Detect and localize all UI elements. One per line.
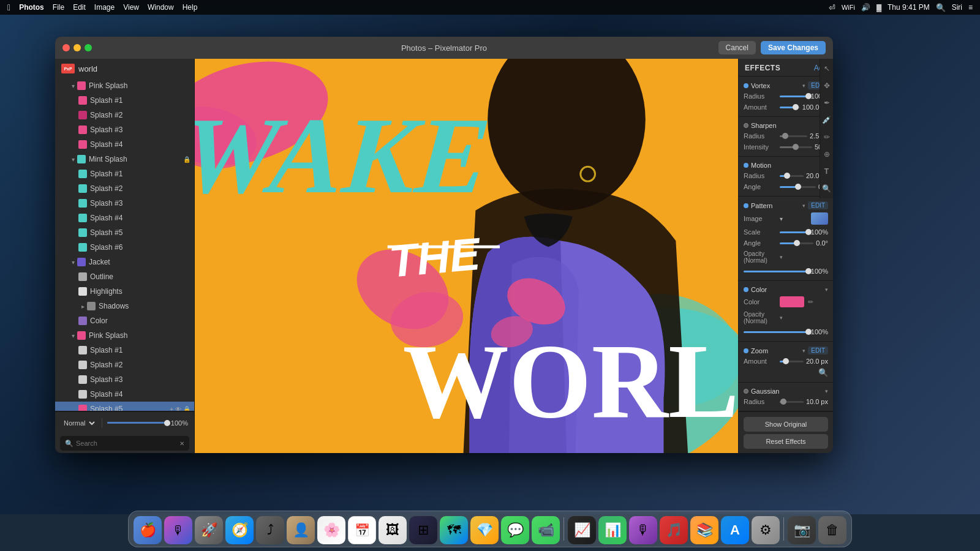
layer-splash5b[interactable]: Splash #5 xyxy=(55,225,194,240)
layer-splash6b[interactable]: Splash #6 xyxy=(55,240,194,255)
layer-splash2b[interactable]: Splash #2 xyxy=(55,181,194,196)
eyedropper-icon[interactable]: 💉 xyxy=(820,113,834,127)
layer-pink-splash-group2[interactable]: Pink Splash xyxy=(55,328,194,343)
color-edit-icon[interactable]: ✏ xyxy=(808,298,813,306)
effect-enabled-dot[interactable] xyxy=(744,203,748,208)
layer-splash1b[interactable]: Splash #1 xyxy=(55,167,194,181)
opacity-slider[interactable] xyxy=(107,422,167,424)
effect-enabled-dot[interactable] xyxy=(744,123,748,128)
menu-image[interactable]: Image xyxy=(94,3,115,12)
menu-photos[interactable]: Photos xyxy=(19,3,44,12)
menu-file[interactable]: File xyxy=(53,3,64,12)
menu-edit[interactable]: Edit xyxy=(73,3,86,12)
amount-slider[interactable] xyxy=(780,361,804,362)
radius-slider[interactable] xyxy=(780,96,809,97)
radius-slider[interactable] xyxy=(780,135,807,137)
dock-system-prefs[interactable]: ⚙ xyxy=(752,516,780,544)
transform-tool-icon[interactable]: ✥ xyxy=(820,78,834,93)
cancel-button[interactable]: Cancel xyxy=(718,41,756,54)
radius-slider[interactable] xyxy=(780,175,804,177)
dock-photos[interactable]: 🌸 xyxy=(317,516,345,544)
dock-contacts[interactable]: 👤 xyxy=(287,516,315,544)
layer-outline[interactable]: Outline xyxy=(55,269,194,284)
cursor-tool-icon[interactable]: ↖ xyxy=(820,61,834,76)
opacity-slider[interactable] xyxy=(744,331,809,333)
zoom-tool-icon[interactable]: 🔍 xyxy=(820,181,834,196)
dock-stocks[interactable]: 📈 xyxy=(568,516,596,544)
layer-splash1c[interactable]: Splash #1 xyxy=(55,343,194,358)
dock-podcasts[interactable]: 🎙 xyxy=(629,516,657,544)
layer-shadows[interactable]: Shadows xyxy=(55,299,194,313)
dock-mosaic[interactable]: ⊞ xyxy=(409,516,437,544)
dock-siri[interactable]: 🎙 xyxy=(164,516,192,544)
close-button[interactable] xyxy=(62,44,70,51)
notification-icon[interactable]: ≡ xyxy=(968,3,973,12)
text-tool-icon[interactable]: T xyxy=(820,164,834,179)
menu-help[interactable]: Help xyxy=(183,3,198,12)
zoom-search-icon[interactable]: 🔍 xyxy=(818,368,828,377)
pen-tool-icon[interactable]: ✒ xyxy=(820,96,834,110)
fullscreen-button[interactable] xyxy=(85,44,92,51)
effect-enabled-dot[interactable] xyxy=(744,389,748,394)
minimize-button[interactable] xyxy=(74,44,81,51)
pattern-swatch[interactable] xyxy=(811,212,828,225)
layer-pink-splash-group[interactable]: Pink Splash xyxy=(55,78,194,93)
lock-icon[interactable]: 🔒 xyxy=(183,406,190,411)
dock-preview[interactable]: 🖼 xyxy=(379,516,407,544)
clear-search-icon[interactable]: ✕ xyxy=(179,440,184,447)
dock-safari[interactable]: 🧭 xyxy=(225,516,254,544)
dock-plasticity[interactable]: 💎 xyxy=(470,516,499,544)
dock-trash[interactable]: 🗑 xyxy=(818,516,846,544)
apple-menu[interactable]:  xyxy=(7,2,10,12)
add-icon[interactable]: + xyxy=(170,406,173,411)
dock-launchpad[interactable]: 🚀 xyxy=(195,516,223,544)
layer-mint-splash-group[interactable]: Mint Splash 🔒 xyxy=(55,152,194,167)
dock-facetime[interactable]: 📹 xyxy=(532,516,560,544)
layer-splash2a[interactable]: Splash #2 xyxy=(55,108,194,122)
brush-tool-icon[interactable]: ✏ xyxy=(820,130,834,144)
dock-calendar[interactable]: 📅 xyxy=(348,516,376,544)
layer-highlights[interactable]: Highlights xyxy=(55,284,194,299)
search-input[interactable] xyxy=(76,440,177,447)
dock-messages[interactable]: 💬 xyxy=(501,516,529,544)
effect-enabled-dot[interactable] xyxy=(744,163,748,168)
show-original-button[interactable]: Show Original xyxy=(744,417,828,432)
dock-numbers[interactable]: 📊 xyxy=(598,516,627,544)
save-changes-button[interactable]: Save Changes xyxy=(761,41,826,54)
layer-splash1a[interactable]: Splash #1 xyxy=(55,93,194,108)
search-icon[interactable]: 🔍 xyxy=(936,3,946,12)
layer-splash3b[interactable]: Splash #3 xyxy=(55,196,194,211)
menu-view[interactable]: View xyxy=(123,3,139,12)
opacity-slider[interactable] xyxy=(744,271,809,272)
angle-slider[interactable] xyxy=(780,242,813,244)
layer-jacket-group[interactable]: Jacket xyxy=(55,255,194,269)
intensity-slider[interactable] xyxy=(780,146,812,148)
reset-effects-button[interactable]: Reset Effects xyxy=(744,434,828,449)
angle-slider[interactable] xyxy=(780,186,816,188)
stamp-tool-icon[interactable]: ⊕ xyxy=(820,147,834,162)
layer-splash2c[interactable]: Splash #2 xyxy=(55,358,194,372)
layer-splash4a[interactable]: Splash #4 xyxy=(55,137,194,152)
dock-finder[interactable]: 🍎 xyxy=(134,516,162,544)
layer-splash3a[interactable]: Splash #3 xyxy=(55,122,194,137)
dock-migration[interactable]: ⤴ xyxy=(256,516,284,544)
layer-splash4b[interactable]: Splash #4 xyxy=(55,211,194,225)
siri-icon[interactable]: Siri xyxy=(952,3,962,12)
dock-app-store[interactable]: A xyxy=(721,516,749,544)
dock-books[interactable]: 📚 xyxy=(690,516,718,544)
effect-enabled-dot[interactable] xyxy=(744,287,748,292)
layer-color[interactable]: Color xyxy=(55,313,194,328)
radius-slider[interactable] xyxy=(780,401,804,403)
effect-enabled-dot[interactable] xyxy=(744,348,748,353)
amount-slider[interactable] xyxy=(780,107,800,108)
dock-maps[interactable]: 🗺 xyxy=(440,516,468,544)
effect-edit-button[interactable]: EDIT xyxy=(808,201,828,209)
image-dropdown[interactable]: ▾ xyxy=(780,216,809,222)
eye-icon[interactable]: 👁 xyxy=(175,406,181,411)
layer-splash4c[interactable]: Splash #4 xyxy=(55,387,194,402)
menu-window[interactable]: Window xyxy=(148,3,174,12)
scale-slider[interactable] xyxy=(780,231,809,233)
dock-photo-library[interactable]: 📷 xyxy=(788,516,816,544)
layer-splash5c[interactable]: Splash #5 + 👁 🔒 xyxy=(55,402,194,411)
layer-splash3c[interactable]: Splash #3 xyxy=(55,372,194,387)
